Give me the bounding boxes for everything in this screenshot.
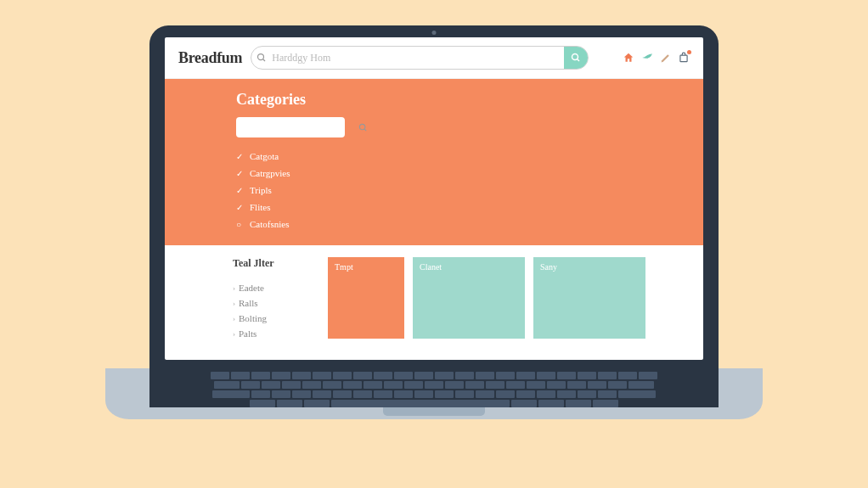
card-label: Sany (540, 262, 557, 272)
chevron-right-icon: › (233, 314, 235, 323)
filter-item[interactable]: ›Ralls (233, 295, 311, 311)
check-icon: ✓ (236, 169, 245, 178)
check-icon: ✓ (236, 186, 245, 195)
categories-panel: Categories ✓Catgota✓Catrgpvies✓Tripls✓Fl… (165, 79, 703, 245)
filter-list: ›Eadete›Ralls›Bolting›Palts (233, 280, 311, 341)
category-item[interactable]: ○Catofsnies (236, 216, 703, 233)
search-button[interactable] (564, 47, 588, 69)
search-icon (358, 123, 368, 132)
filter-item[interactable]: ›Palts (233, 326, 311, 341)
filter-label: Eadete (239, 283, 264, 293)
category-item[interactable]: ✓Catgota (236, 148, 703, 165)
product-cards: TmptClanetSany (328, 257, 645, 341)
categories-title: Categories (236, 91, 703, 109)
top-bar: Breadfum (165, 37, 703, 79)
category-label: Catofsnies (250, 219, 289, 229)
svg-line-6 (364, 128, 366, 130)
filter-title: Teal Jlter (233, 257, 311, 270)
check-icon: ✓ (236, 152, 245, 161)
filter-label: Bolting (239, 313, 267, 323)
screen: Breadfum (165, 37, 703, 360)
brand-logo[interactable]: Breadfum (178, 49, 242, 67)
header-icons (623, 52, 690, 64)
categories-list: ✓Catgota✓Catrgpvies✓Tripls✓Flites○Catofs… (236, 148, 703, 233)
screen-bezel: Breadfum (149, 25, 719, 368)
category-item[interactable]: ✓Flites (236, 199, 703, 216)
radio-icon: ○ (236, 220, 245, 229)
palm-rest (105, 368, 763, 419)
keyboard-deck (149, 368, 719, 452)
search-bar[interactable] (251, 46, 589, 70)
categories-search[interactable] (236, 117, 345, 137)
category-label: Flites (250, 202, 270, 212)
home-icon[interactable] (623, 52, 634, 64)
chevron-right-icon: › (233, 329, 235, 338)
category-label: Tripls (250, 185, 272, 195)
camera-dot (432, 31, 437, 35)
filter-column: Teal Jlter ›Eadete›Ralls›Bolting›Palts (233, 257, 311, 341)
svg-line-3 (578, 59, 580, 62)
laptop-frame: Breadfum (149, 25, 719, 452)
chevron-right-icon: › (233, 283, 235, 292)
svg-point-0 (258, 54, 264, 60)
svg-point-2 (572, 54, 578, 60)
trackpad (383, 407, 485, 416)
keyboard (165, 372, 703, 407)
filter-label: Ralls (239, 298, 258, 308)
search-icon (251, 53, 272, 63)
card-label: Tmpt (335, 262, 353, 272)
cart-icon[interactable] (678, 52, 690, 64)
wing-icon[interactable] (641, 52, 653, 64)
svg-line-1 (263, 59, 266, 62)
category-item[interactable]: ✓Catrgpvies (236, 165, 703, 182)
lower-area: Teal Jlter ›Eadete›Ralls›Bolting›Palts T… (165, 245, 703, 341)
chevron-right-icon: › (233, 299, 235, 307)
svg-point-5 (359, 124, 364, 129)
product-card[interactable]: Clanet (413, 257, 525, 339)
category-item[interactable]: ✓Tripls (236, 182, 703, 199)
search-input[interactable] (272, 52, 564, 65)
pen-icon[interactable] (660, 53, 671, 64)
filter-item[interactable]: ›Eadete (233, 280, 311, 295)
categories-search-input[interactable] (236, 122, 358, 132)
category-label: Catgota (250, 151, 279, 161)
check-icon: ✓ (236, 203, 245, 212)
product-card[interactable]: Tmpt (328, 257, 404, 339)
filter-item[interactable]: ›Bolting (233, 311, 311, 326)
product-card[interactable]: Sany (533, 257, 645, 339)
svg-rect-4 (680, 55, 687, 62)
category-label: Catrgpvies (250, 168, 290, 178)
filter-label: Palts (239, 328, 256, 339)
card-label: Clanet (420, 262, 442, 272)
